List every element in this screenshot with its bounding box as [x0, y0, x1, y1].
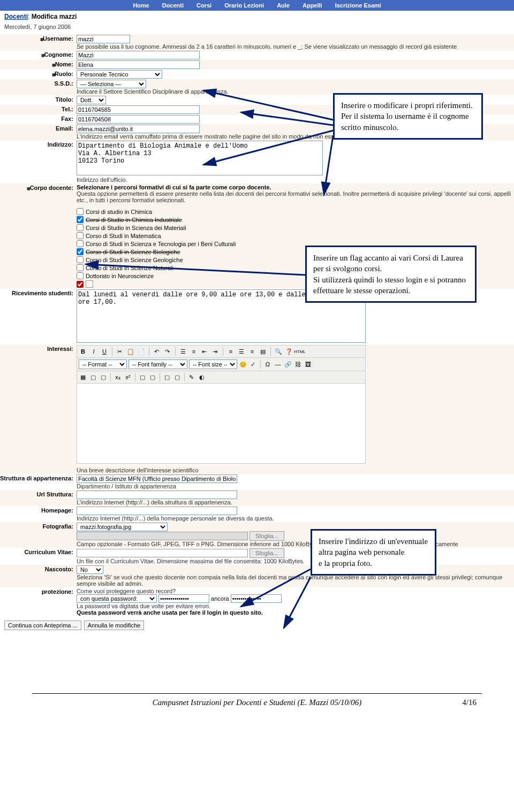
label-interessi: Interessi:	[47, 346, 73, 352]
tb-icon-8[interactable]: ◐	[198, 373, 206, 381]
tel-input[interactable]	[77, 105, 200, 114]
callout-2: Inserire un flag accanto ai vari Corsi d…	[305, 246, 477, 303]
editor-toolbar-3: ▦ ▢ ▢ x₂ x² ▢ ▢ ▢ ▢ ✎ ◐	[77, 371, 366, 384]
nascosto-select[interactable]: No	[77, 565, 103, 574]
tb-sub-icon[interactable]: x₂	[114, 373, 122, 381]
sfoglia-foto-button[interactable]: Sfoglia...	[250, 531, 284, 541]
ssd-select[interactable]: — Seleziona —	[77, 80, 146, 88]
nav-appelli[interactable]: Appelli	[299, 2, 326, 9]
tb-icon-1[interactable]: ▢	[89, 373, 97, 381]
course-checkbox[interactable]	[77, 248, 84, 255]
course-row: Corsi di studio in Chimica	[77, 208, 513, 216]
course-checkbox[interactable]	[77, 272, 84, 279]
titolo-select[interactable]: Dott.	[77, 96, 106, 104]
course-checkbox[interactable]	[77, 264, 84, 271]
table-icon[interactable]: ▦	[79, 373, 87, 381]
course-row: Corso di Studi in Matematica	[77, 232, 513, 240]
homepage-input[interactable]	[77, 507, 237, 515]
sfoglia-cv-button[interactable]: Sfoglia...	[250, 548, 284, 558]
nav-aule[interactable]: Aule	[274, 2, 293, 9]
search-icon[interactable]: 🔍	[274, 347, 283, 356]
top-nav: Home Docenti Corsi Orario Lezioni Aule A…	[0, 0, 514, 11]
bold-icon[interactable]: B	[79, 347, 87, 356]
font-size-select[interactable]: -- Font size --	[189, 359, 237, 369]
label-homepage: Homepage:	[41, 507, 73, 514]
struttura-input[interactable]	[77, 474, 237, 483]
omega-icon[interactable]: Ω	[263, 360, 272, 369]
indirizzo-textarea[interactable]: Dipartimento di Biologia Animale e dell'…	[77, 141, 323, 175]
fax-input[interactable]	[77, 115, 200, 124]
date-label: Mercoledì, 7 giugno 2006	[0, 22, 514, 34]
course-checkbox[interactable]	[77, 216, 84, 223]
nome-input[interactable]	[77, 60, 200, 69]
underline-icon[interactable]: U	[100, 347, 109, 356]
course-label: Corso di Studi in Scienze Biologiche	[86, 249, 180, 255]
label-email: Email:	[56, 125, 73, 132]
align-center-icon[interactable]: ☰	[237, 347, 246, 356]
password-input[interactable]	[158, 594, 209, 603]
fotografia-file-input[interactable]	[77, 532, 248, 540]
align-right-icon[interactable]: ≡	[248, 347, 256, 356]
interessi-editor[interactable]	[77, 384, 366, 464]
url-struttura-input[interactable]	[77, 491, 237, 499]
course-checkbox[interactable]	[77, 224, 84, 231]
hint-protezione3: Questa password verrà anche usata per fa…	[77, 609, 263, 616]
course-checkbox[interactable]	[77, 256, 84, 263]
align-justify-icon[interactable]: ▤	[259, 347, 267, 356]
password-confirm-input[interactable]	[231, 594, 282, 603]
annulla-button[interactable]: Annulla le modifiche	[84, 621, 144, 630]
ul-icon[interactable]: ☰	[179, 347, 187, 356]
fotografia-select[interactable]: mazzi.fotografia.jpg	[77, 523, 168, 531]
paste-icon[interactable]: 📄	[137, 347, 146, 356]
undo-icon[interactable]: ↶	[153, 347, 161, 356]
label-protezione: protezione:	[42, 588, 73, 595]
email-input[interactable]	[77, 125, 200, 133]
select-all-icon[interactable]	[86, 280, 93, 288]
continua-button[interactable]: Continua con Anteprima ...	[4, 621, 81, 630]
html-button[interactable]: HTML	[296, 347, 304, 356]
redo-icon[interactable]: ↷	[163, 347, 172, 356]
nav-corsi[interactable]: Corsi	[193, 2, 215, 9]
tb-icon-7[interactable]: ✎	[187, 373, 196, 381]
indent-icon[interactable]: ⇥	[211, 347, 220, 356]
protezione-select[interactable]: con questa password:	[77, 594, 157, 603]
help-icon[interactable]: ❓	[285, 347, 293, 356]
tb-icon-5[interactable]: ▢	[163, 373, 171, 381]
italic-icon[interactable]: I	[89, 347, 98, 356]
label-url-struttura: Url Struttura:	[36, 491, 73, 497]
cv-file-input[interactable]	[77, 549, 248, 557]
outdent-icon[interactable]: ⇤	[200, 347, 209, 356]
ol-icon[interactable]: ≡	[190, 347, 198, 356]
breadcrumb-link[interactable]: Docenti	[4, 13, 28, 20]
tb-sup-icon[interactable]: x²	[124, 373, 132, 381]
unlink-icon[interactable]: ⛓	[294, 360, 303, 369]
nav-iscrizione[interactable]: Iscrizione Esami	[332, 2, 384, 9]
footer: Campusnet Istruzioni per Docenti e Stude…	[0, 694, 514, 718]
label-struttura: Struttura di appartenenza:	[0, 475, 73, 481]
smiley-icon[interactable]: 😊	[239, 360, 247, 369]
nav-home[interactable]: Home	[130, 2, 153, 9]
cut-icon[interactable]: ✂	[116, 347, 124, 356]
select-all-checkbox[interactable]	[77, 281, 84, 288]
username-input[interactable]	[77, 35, 130, 43]
format-select[interactable]: -- Format --	[79, 359, 127, 369]
label-tel: Tel.:	[62, 106, 73, 112]
ruolo-select[interactable]: Personale Tecnico	[77, 70, 162, 79]
tb-icon-4[interactable]: ▢	[148, 373, 157, 381]
font-family-select[interactable]: -- Font family --	[128, 359, 187, 369]
course-checkbox[interactable]	[77, 240, 84, 247]
nav-orario[interactable]: Orario Lezioni	[221, 2, 267, 9]
course-checkbox[interactable]	[77, 232, 84, 239]
hr-icon[interactable]: —	[274, 360, 282, 369]
tb-icon-6[interactable]: ▢	[173, 373, 182, 381]
tb-icon-3[interactable]: ▢	[138, 373, 147, 381]
image-icon[interactable]: 🖼	[304, 360, 313, 369]
spellcheck-icon[interactable]: ✓	[249, 360, 258, 369]
align-left-icon[interactable]: ≡	[226, 347, 235, 356]
course-checkbox[interactable]	[77, 208, 84, 215]
nav-docenti[interactable]: Docenti	[159, 2, 187, 9]
tb-icon-2[interactable]: ▢	[99, 373, 108, 381]
copy-icon[interactable]: 📋	[126, 347, 135, 356]
link-icon[interactable]: 🔗	[284, 360, 292, 369]
cognome-input[interactable]	[77, 51, 200, 59]
